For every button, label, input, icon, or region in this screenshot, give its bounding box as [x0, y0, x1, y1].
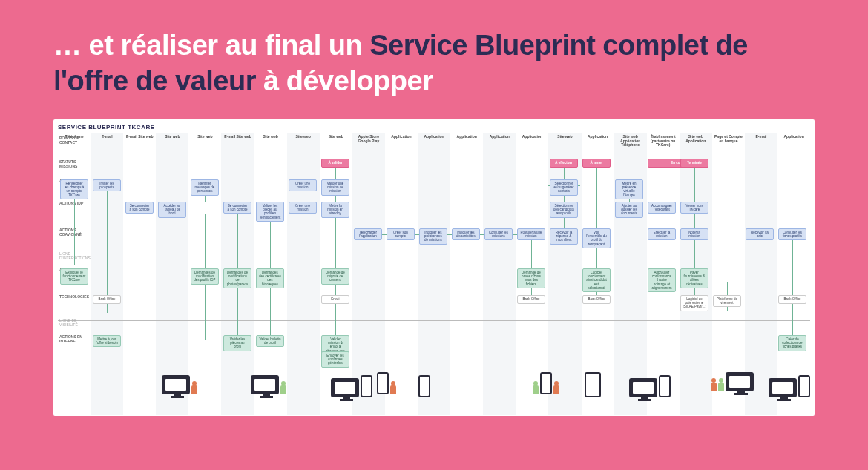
column-header: Application — [418, 133, 450, 147]
pink-node: À valider — [321, 159, 349, 168]
blue-node: Indiquer les disponibilités — [452, 228, 480, 240]
column-header: Site web — [254, 133, 287, 147]
blueprint-title: SERVICE BLUEPRINT TKCARE — [58, 124, 810, 130]
blue-node: Se connecter à son compte — [125, 202, 154, 214]
white-node: Logiciel de paie externe (SILAE/Payr/...… — [680, 295, 708, 311]
column-header: E-mail — [91, 133, 123, 147]
page-title: … et réaliser au final un Service Bluepr… — [53, 28, 815, 99]
blue-node: Sélectionner et/ou générer contrats — [550, 179, 578, 196]
mint-node: Créer de collections de fiches pratiks — [778, 335, 806, 351]
blue-node: Consulter les fiches pratiks — [778, 228, 806, 240]
white-node: Plateforme de virement — [713, 295, 741, 307]
column-header: Application — [450, 133, 483, 147]
column-header: Site web Application — [680, 133, 712, 147]
mint-node: Expliquer le fonctionnement TKCare — [60, 268, 88, 285]
column-header: Application — [777, 133, 810, 147]
column-header: Application — [516, 133, 548, 147]
blue-node: Télécharger l'application — [354, 228, 382, 240]
mint-node: Envoyer les confirmes générales — [321, 351, 349, 368]
blue-node: Verser hors TKcare — [680, 202, 708, 214]
column-header: Site web — [548, 133, 581, 147]
blue-node: Noter la mission — [680, 228, 708, 240]
interaction-line — [58, 254, 810, 254]
blue-node: Créer une mission — [289, 179, 317, 191]
blue-node: Valider les pièces au profil en remplace… — [256, 202, 284, 222]
mint-node: Valider bulletin de profil — [256, 335, 284, 347]
blueprint-container: SERVICE BLUEPRINT TKCARE TéléphoneE-mail… — [53, 119, 815, 416]
blue-node: Créer son compte — [387, 228, 415, 240]
blue-node: Sélectionner des candidats aux profils — [550, 202, 578, 218]
white-node: Back Office — [517, 295, 545, 304]
pink-node: À tester — [582, 159, 611, 168]
blue-node: Accompagner l'exécutant — [648, 202, 676, 214]
blue-node: Recevoir sa paie — [746, 228, 774, 240]
blue-node: Accéder au Tableau de bord — [158, 202, 186, 218]
mint-node: Mettre à jour l'offre si besoin — [93, 335, 121, 347]
mint-node: Demandes de modification des profils IDP — [191, 268, 219, 285]
white-node: Back Office — [93, 295, 121, 304]
blue-node: Créer une mission — [289, 202, 317, 214]
blue-node: Identifier messages de personnes — [191, 179, 219, 196]
column-header: E-mail — [745, 133, 777, 147]
blue-node: Valider une mission de mission — [321, 179, 349, 196]
blue-node: Consulter les missions — [484, 228, 513, 240]
column-headers: TéléphoneE-mailE-mail Site webSite webSi… — [58, 133, 810, 147]
blue-node: Renseigner les champs à un compte TKCare — [60, 179, 88, 199]
blueprint-grid: TéléphoneE-mailE-mail Site webSite webSi… — [58, 133, 810, 415]
mint-node: Logiciel fonctionnent ainsi candidat est… — [582, 268, 611, 292]
column-header: Site web Application Téléphone — [614, 133, 647, 147]
blue-node: Postuler à une mission — [517, 228, 545, 240]
blue-node: Indiquer les préférences de missions — [419, 228, 447, 245]
pink-node: Terminée — [680, 159, 708, 168]
column-header: E-mail Site web — [123, 133, 156, 147]
column-header: Site web — [188, 133, 221, 147]
mint-node: Payer fournisseurs & allées rénivatives — [680, 268, 708, 288]
column-header: Application — [385, 133, 418, 147]
column-header: Application — [483, 133, 516, 147]
white-node: Back Office — [778, 295, 806, 304]
white-node: Envoi — [321, 295, 349, 304]
column-header: Site web — [320, 133, 352, 147]
column-header: Site web — [156, 133, 188, 147]
mint-node: Demande de basse n'Hors nous des fichier… — [517, 268, 545, 288]
blue-node: Effectuer la mission — [648, 228, 676, 240]
mint-node: Demandes des certificates des binoteques — [256, 268, 284, 288]
white-node: Back Office — [582, 295, 611, 304]
blue-node: Voir l'ensemble du profil du remplaçant — [582, 228, 611, 248]
mint-node: Demandes de modifications de photos/pare… — [223, 268, 251, 288]
column-header: Établissement (partenaire ou TKCare) — [647, 133, 680, 147]
mint-node: Demande de migrate de contenu — [321, 268, 349, 285]
blue-node: Ajouter au dossier les documents — [615, 202, 643, 218]
blue-node: Inviter les prospects — [93, 179, 121, 191]
column-header: E-mail Site web — [221, 133, 254, 147]
pink-node: À effectuer — [550, 159, 578, 168]
blue-node: Mettre en présence virtuelle l'équipe — [615, 179, 643, 199]
column-header: Page et Compte en banque — [712, 133, 745, 147]
mint-node: Approuver conformance thuaire pointage e… — [648, 268, 676, 292]
column-header: Site web — [287, 133, 320, 147]
blue-node: Mettre la mission en standby — [321, 202, 349, 218]
blue-node: Recevoir la réponse & infos client — [550, 228, 578, 245]
mint-node: Valider les pièces au profil — [223, 335, 251, 351]
visibility-line — [58, 320, 810, 321]
blue-node: Se connecter à son compte — [223, 202, 251, 214]
column-header: Application — [582, 133, 614, 147]
column-header: Apple Store Google Play — [352, 133, 385, 147]
